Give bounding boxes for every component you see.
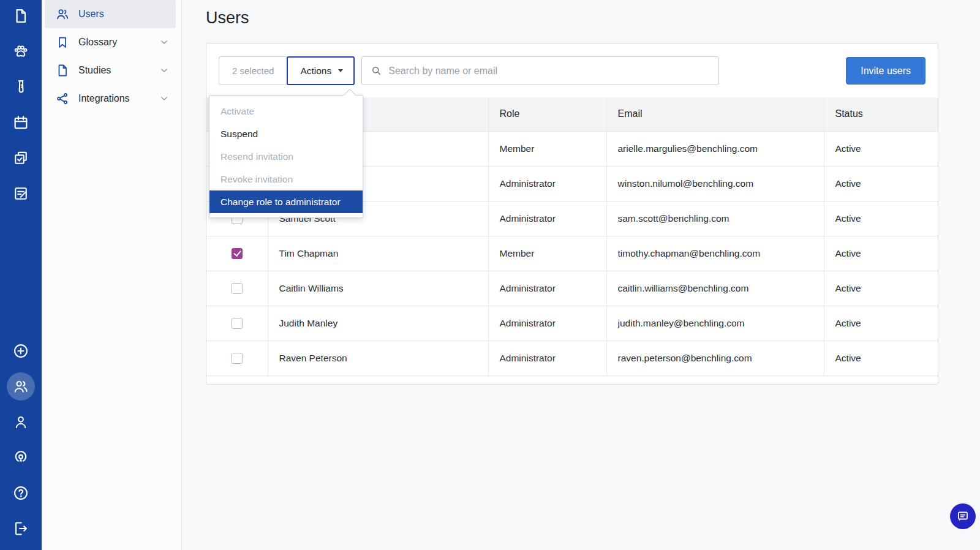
search-box bbox=[361, 56, 719, 85]
chevron-down-icon bbox=[159, 65, 170, 76]
cell-email: timothy.chapman@benchling.com bbox=[606, 236, 824, 271]
menu-item-change-role-to-administrator[interactable]: Change role to administrator bbox=[209, 190, 363, 213]
table-row: Tim Chapman Member timothy.chapman@bench… bbox=[206, 236, 938, 271]
row-checkbox[interactable] bbox=[232, 248, 243, 259]
cell-email: judith.manley@benchling.com bbox=[606, 306, 824, 341]
cell-status: Active bbox=[824, 131, 938, 166]
cell-email: arielle.margulies@benchling.com bbox=[606, 131, 824, 166]
cell-role: Administrator bbox=[488, 166, 606, 201]
cell-name: Caitlin Williams bbox=[268, 271, 488, 306]
main-content: Users 2 selected Actions Invite users bbox=[182, 0, 980, 550]
caret-down-icon bbox=[338, 69, 343, 72]
bookmark-icon bbox=[55, 35, 70, 50]
chat-icon bbox=[956, 509, 970, 524]
toolbar: 2 selected Actions Invite users bbox=[219, 56, 925, 85]
logout-icon[interactable] bbox=[12, 520, 29, 537]
selected-count: 2 selected bbox=[219, 56, 287, 85]
cell-name: Raven Peterson bbox=[268, 341, 488, 375]
row-checkbox[interactable] bbox=[232, 318, 243, 329]
cell-email: sam.scott@benchling.com bbox=[606, 201, 824, 236]
actions-button[interactable]: Actions bbox=[287, 56, 355, 85]
users-icon bbox=[55, 7, 70, 21]
table-row: Raven Peterson Administrator raven.peter… bbox=[206, 341, 938, 375]
header-role: Role bbox=[488, 97, 606, 131]
page-title: Users bbox=[206, 9, 980, 28]
document-icon bbox=[55, 63, 70, 78]
help-icon[interactable] bbox=[12, 484, 29, 502]
search-icon bbox=[371, 65, 382, 77]
sidebar-item-label: Integrations bbox=[78, 93, 130, 104]
sidebar-item-label: Users bbox=[78, 9, 104, 20]
sidebar-item-label: Glossary bbox=[78, 37, 117, 48]
test-tube-icon[interactable] bbox=[12, 78, 29, 96]
invite-users-button[interactable]: Invite users bbox=[846, 57, 925, 85]
cell-email: raven.peterson@benchling.com bbox=[606, 341, 824, 375]
calendar-icon[interactable] bbox=[12, 114, 29, 131]
cell-status: Active bbox=[824, 341, 938, 375]
cell-role: Administrator bbox=[488, 306, 606, 341]
cell-email: caitlin.williams@benchling.com bbox=[606, 271, 824, 306]
sidebar: Users Glossary Studies Integrations bbox=[42, 0, 182, 550]
menu-item-suspend[interactable]: Suspend bbox=[209, 122, 363, 145]
cell-name: Tim Chapman bbox=[268, 236, 488, 271]
table-row: Judith Manley Administrator judith.manle… bbox=[206, 306, 938, 341]
sidebar-item-users[interactable]: Users bbox=[45, 0, 176, 28]
cell-status: Active bbox=[824, 236, 938, 271]
cell-role: Member bbox=[488, 236, 606, 271]
cell-role: Member bbox=[488, 131, 606, 166]
sidebar-item-glossary[interactable]: Glossary bbox=[45, 28, 176, 56]
notes-icon[interactable] bbox=[12, 185, 29, 202]
user-icon[interactable] bbox=[12, 413, 29, 431]
share-icon bbox=[55, 91, 70, 106]
row-checkbox[interactable] bbox=[232, 353, 243, 364]
cell-email: winston.nilumol@benchling.com bbox=[606, 166, 824, 201]
cell-status: Active bbox=[824, 201, 938, 236]
cell-status: Active bbox=[824, 166, 938, 201]
file-icon[interactable] bbox=[12, 7, 29, 24]
cell-role: Administrator bbox=[488, 341, 606, 375]
menu-item-revoke-invitation[interactable]: Revoke invitation bbox=[209, 168, 363, 190]
cell-status: Active bbox=[824, 306, 938, 341]
cell-role: Administrator bbox=[488, 271, 606, 306]
menu-item-activate[interactable]: Activate bbox=[209, 100, 363, 122]
chevron-down-icon bbox=[159, 37, 170, 48]
paw-icon[interactable] bbox=[12, 43, 29, 60]
table-footer bbox=[206, 375, 938, 384]
users-rail-icon[interactable] bbox=[12, 378, 29, 395]
table-row: Caitlin Williams Administrator caitlin.w… bbox=[206, 271, 938, 306]
cell-status: Active bbox=[824, 271, 938, 306]
plus-circle-icon[interactable] bbox=[12, 342, 29, 360]
cell-name: Judith Manley bbox=[268, 306, 488, 341]
app-window: Users Glossary Studies Integrations bbox=[0, 0, 980, 550]
cell-role: Administrator bbox=[488, 201, 606, 236]
header-status: Status bbox=[824, 97, 938, 131]
tasks-icon[interactable] bbox=[12, 149, 29, 167]
sidebar-item-integrations[interactable]: Integrations bbox=[45, 85, 176, 113]
sidebar-item-studies[interactable]: Studies bbox=[45, 56, 176, 85]
sidebar-item-label: Studies bbox=[78, 65, 111, 76]
row-checkbox[interactable] bbox=[232, 283, 243, 294]
actions-menu: Activate Suspend Resend invitation Revok… bbox=[209, 95, 363, 218]
search-input[interactable] bbox=[388, 66, 710, 77]
menu-item-resend-invitation[interactable]: Resend invitation bbox=[209, 145, 363, 168]
broadcast-icon[interactable] bbox=[12, 449, 29, 466]
chat-fab-button[interactable] bbox=[950, 503, 976, 529]
chevron-down-icon bbox=[159, 93, 170, 104]
header-email: Email bbox=[606, 97, 824, 131]
icon-rail bbox=[0, 0, 42, 550]
